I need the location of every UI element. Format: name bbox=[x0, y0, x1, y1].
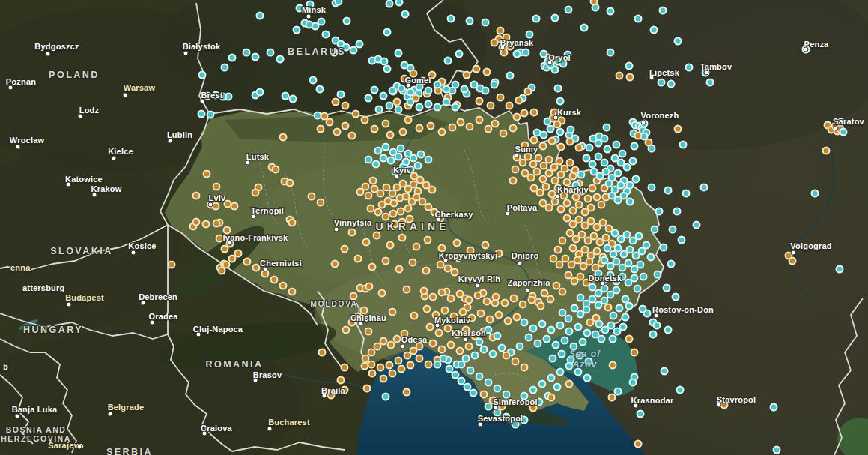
event-dot-teal[interactable] bbox=[619, 150, 627, 158]
event-dot-orange[interactable] bbox=[515, 97, 523, 105]
event-dot-orange[interactable] bbox=[604, 304, 613, 312]
event-dot-teal[interactable] bbox=[382, 143, 390, 151]
event-dot-teal[interactable] bbox=[356, 40, 364, 49]
event-dot-orange[interactable] bbox=[212, 202, 220, 211]
event-dot-teal[interactable] bbox=[512, 421, 520, 429]
event-dot-teal[interactable] bbox=[443, 98, 451, 106]
event-dot-teal[interactable] bbox=[639, 305, 647, 313]
event-dot-teal[interactable] bbox=[659, 7, 667, 15]
event-dot-teal[interactable] bbox=[306, 1, 315, 9]
event-dot-orange[interactable] bbox=[356, 188, 365, 196]
event-dot-orange[interactable] bbox=[477, 310, 485, 318]
event-dot-teal[interactable] bbox=[637, 261, 645, 269]
event-dot-teal[interactable] bbox=[417, 151, 425, 159]
event-dot-teal[interactable] bbox=[561, 337, 569, 345]
event-dot-orange[interactable] bbox=[480, 391, 488, 399]
event-dot-teal[interactable] bbox=[386, 102, 394, 110]
event-dot-orange[interactable] bbox=[395, 357, 403, 365]
event-dot-teal[interactable] bbox=[395, 49, 403, 58]
event-dot-orange[interactable] bbox=[437, 214, 445, 223]
event-dot-teal[interactable] bbox=[629, 379, 637, 387]
event-dot-orange[interactable] bbox=[202, 220, 210, 229]
event-dot-teal[interactable] bbox=[293, 26, 301, 34]
event-dot-teal[interactable] bbox=[543, 335, 551, 343]
event-dot-orange[interactable] bbox=[616, 72, 624, 80]
event-dot-orange[interactable] bbox=[428, 186, 437, 194]
event-dot-orange[interactable] bbox=[261, 270, 270, 278]
event-dot-teal[interactable] bbox=[207, 111, 215, 119]
event-dot-orange[interactable] bbox=[547, 295, 555, 304]
event-dot-teal[interactable] bbox=[525, 334, 533, 342]
event-dot-orange[interactable] bbox=[432, 311, 440, 319]
event-dot-teal[interactable] bbox=[529, 325, 538, 333]
event-dot-teal[interactable] bbox=[482, 19, 490, 27]
event-dot-teal[interactable] bbox=[702, 69, 710, 77]
event-dot-teal[interactable] bbox=[395, 153, 403, 161]
event-dot-orange[interactable] bbox=[425, 361, 433, 369]
event-dot-orange[interactable] bbox=[500, 49, 509, 57]
event-dot-teal[interactable] bbox=[625, 302, 634, 310]
event-dot-teal[interactable] bbox=[371, 86, 379, 94]
event-dot-orange[interactable] bbox=[476, 116, 484, 124]
event-dot-orange[interactable] bbox=[348, 229, 356, 237]
event-dot-orange[interactable] bbox=[557, 143, 565, 151]
event-dot-orange[interactable] bbox=[218, 267, 226, 275]
event-dot-orange[interactable] bbox=[279, 282, 288, 290]
event-dot-teal[interactable] bbox=[386, 0, 394, 8]
event-dot-teal[interactable] bbox=[466, 17, 474, 25]
event-dot-orange[interactable] bbox=[519, 301, 527, 309]
event-dot-teal[interactable] bbox=[461, 85, 469, 94]
event-dot-orange[interactable] bbox=[486, 316, 494, 324]
event-dot-orange[interactable] bbox=[403, 388, 411, 397]
event-dot-teal[interactable] bbox=[660, 244, 668, 252]
event-dot-orange[interactable] bbox=[468, 314, 476, 322]
event-dot-teal[interactable] bbox=[682, 190, 691, 198]
event-dot-orange[interactable] bbox=[213, 183, 221, 191]
event-dot-orange[interactable] bbox=[403, 286, 411, 294]
event-dot-teal[interactable] bbox=[397, 145, 405, 153]
event-dot-teal[interactable] bbox=[380, 92, 388, 100]
event-dot-teal[interactable] bbox=[322, 31, 330, 39]
event-dot-teal[interactable] bbox=[443, 85, 451, 94]
event-dot-teal[interactable] bbox=[586, 144, 594, 152]
event-dot-orange[interactable] bbox=[361, 362, 369, 370]
event-dot-orange[interactable] bbox=[524, 153, 532, 161]
event-dot-teal[interactable] bbox=[637, 410, 645, 418]
event-dot-orange[interactable] bbox=[423, 305, 431, 313]
event-dot-orange[interactable] bbox=[365, 328, 373, 336]
event-dot-teal[interactable] bbox=[580, 24, 589, 32]
event-dot-orange[interactable] bbox=[389, 308, 397, 316]
event-dot-orange[interactable] bbox=[341, 364, 349, 372]
event-dot-orange[interactable] bbox=[457, 118, 465, 127]
event-dot-orange[interactable] bbox=[373, 232, 381, 240]
event-dot-teal[interactable] bbox=[635, 232, 643, 241]
event-dot-orange[interactable] bbox=[367, 205, 375, 213]
event-dot-teal[interactable] bbox=[375, 106, 383, 114]
event-dot-orange[interactable] bbox=[378, 289, 386, 298]
event-dot-orange[interactable] bbox=[535, 154, 543, 163]
event-dot-teal[interactable] bbox=[609, 335, 617, 343]
event-dot-teal[interactable] bbox=[330, 49, 339, 57]
event-dot-teal[interactable] bbox=[516, 343, 524, 351]
event-dot-orange[interactable] bbox=[231, 202, 239, 211]
event-dot-orange[interactable] bbox=[221, 245, 229, 253]
event-dot-orange[interactable] bbox=[368, 370, 377, 378]
event-dot-teal[interactable] bbox=[551, 14, 559, 22]
event-dot-orange[interactable] bbox=[566, 159, 574, 167]
event-dot-orange[interactable] bbox=[530, 109, 538, 117]
event-dot-teal[interactable] bbox=[773, 446, 781, 454]
event-dot-orange[interactable] bbox=[506, 102, 514, 110]
event-dot-orange[interactable] bbox=[317, 199, 325, 207]
event-dot-teal[interactable] bbox=[613, 141, 621, 149]
event-dot-orange[interactable] bbox=[584, 195, 592, 203]
event-dot-orange[interactable] bbox=[575, 201, 583, 209]
event-dot-teal[interactable] bbox=[634, 285, 642, 293]
event-dot-orange[interactable] bbox=[395, 265, 404, 274]
event-dot-teal[interactable] bbox=[572, 181, 580, 190]
event-dot-teal[interactable] bbox=[267, 49, 275, 57]
event-dot-teal[interactable] bbox=[616, 304, 624, 313]
event-dot-orange[interactable] bbox=[362, 238, 371, 247]
event-dot-teal[interactable] bbox=[529, 386, 538, 394]
event-dot-orange[interactable] bbox=[389, 210, 398, 218]
event-dot-orange[interactable] bbox=[459, 308, 467, 316]
